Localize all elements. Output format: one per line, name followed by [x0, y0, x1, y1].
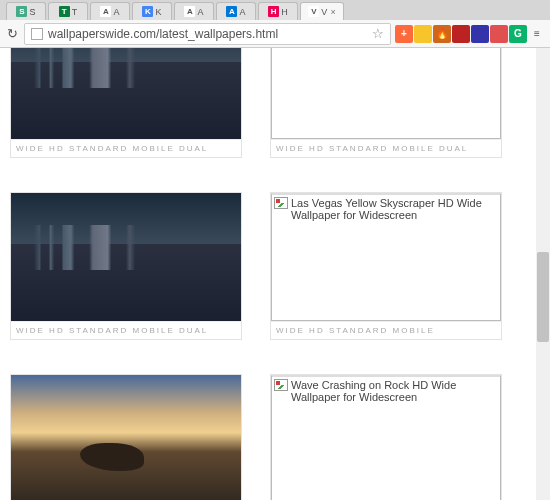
- extension-icon[interactable]: [452, 25, 470, 43]
- tabs-bar: SSTTAAKKAAAAHHVV×: [0, 0, 550, 20]
- format-labels: WIDE HD STANDARD MOBILE DUAL: [11, 139, 241, 157]
- extensions: +🔥G≡: [395, 25, 546, 43]
- extension-icon[interactable]: ≡: [528, 25, 546, 43]
- scrollbar[interactable]: [536, 48, 550, 500]
- alt-text: Wave Crashing on Rock HD Wide Wallpaper …: [291, 379, 498, 403]
- browser-tab[interactable]: HH: [258, 2, 298, 20]
- extension-icon[interactable]: 🔥: [433, 25, 451, 43]
- wallpaper-grid: WIDE HD STANDARD MOBILE DUALWIDE HD STAN…: [0, 48, 530, 500]
- wallpaper-thumb[interactable]: [271, 48, 501, 139]
- wallpaper-thumb[interactable]: [11, 48, 241, 139]
- format-labels: WIDE HD STANDARD MOBILE: [271, 321, 501, 339]
- extension-icon[interactable]: [471, 25, 489, 43]
- close-icon[interactable]: ×: [330, 7, 335, 17]
- wallpaper-card[interactable]: Wave Crashing on Rock HD Wide Wallpaper …: [270, 374, 502, 500]
- scroll-thumb[interactable]: [537, 252, 549, 342]
- content-area: WIDE HD STANDARD MOBILE DUALWIDE HD STAN…: [0, 48, 550, 500]
- extension-icon[interactable]: G: [509, 25, 527, 43]
- browser-tab[interactable]: KK: [132, 2, 172, 20]
- browser-tab[interactable]: AA: [216, 2, 256, 20]
- browser-tab[interactable]: AA: [90, 2, 130, 20]
- browser-tab[interactable]: AA: [174, 2, 214, 20]
- browser-tab[interactable]: TT: [48, 2, 88, 20]
- address-bar: ↻ wallpaperswide.com/latest_wallpapers.h…: [0, 20, 550, 48]
- reload-icon[interactable]: ↻: [4, 26, 20, 42]
- browser-tab[interactable]: SS: [6, 2, 46, 20]
- url-text: wallpaperswide.com/latest_wallpapers.htm…: [48, 27, 278, 41]
- extension-icon[interactable]: +: [395, 25, 413, 43]
- broken-image-icon: [274, 379, 288, 391]
- wallpaper-card[interactable]: WIDE HD STANDARD MOBILE DUAL: [270, 48, 502, 158]
- broken-image-icon: [274, 197, 288, 209]
- alt-text: Las Vegas Yellow Skyscraper HD Wide Wall…: [291, 197, 498, 221]
- url-input[interactable]: wallpaperswide.com/latest_wallpapers.htm…: [24, 23, 391, 45]
- bookmark-star-icon[interactable]: ☆: [372, 26, 384, 41]
- wallpaper-thumb[interactable]: [11, 193, 241, 321]
- page-icon: [31, 28, 43, 40]
- extension-icon[interactable]: [414, 25, 432, 43]
- format-labels: WIDE HD STANDARD MOBILE DUAL: [11, 321, 241, 339]
- wallpaper-card[interactable]: WIDE HD STANDARD MOBILE DUAL: [10, 374, 242, 500]
- extension-icon[interactable]: [490, 25, 508, 43]
- format-labels: WIDE HD STANDARD MOBILE DUAL: [271, 139, 501, 157]
- wallpaper-thumb[interactable]: [11, 375, 241, 500]
- wallpaper-thumb[interactable]: Wave Crashing on Rock HD Wide Wallpaper …: [271, 375, 501, 500]
- wallpaper-thumb[interactable]: Las Vegas Yellow Skyscraper HD Wide Wall…: [271, 193, 501, 321]
- wallpaper-card[interactable]: WIDE HD STANDARD MOBILE DUAL: [10, 192, 242, 340]
- browser-tab[interactable]: VV×: [300, 2, 344, 20]
- wallpaper-card[interactable]: WIDE HD STANDARD MOBILE DUAL: [10, 48, 242, 158]
- wallpaper-card[interactable]: Las Vegas Yellow Skyscraper HD Wide Wall…: [270, 192, 502, 340]
